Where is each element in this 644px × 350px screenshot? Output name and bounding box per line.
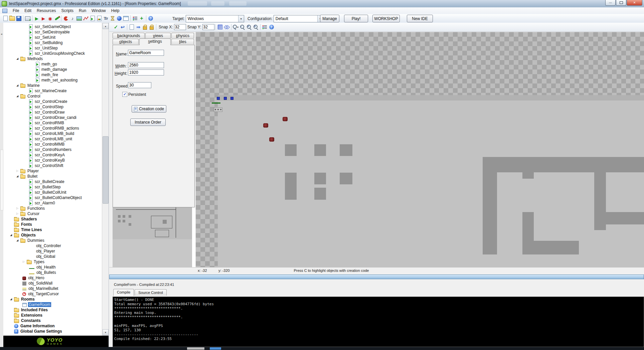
instance-marine[interactable] xyxy=(269,137,274,142)
tree-item-extensions[interactable]: Extensions xyxy=(3,313,102,318)
unlock-instances-icon[interactable] xyxy=(148,24,155,30)
wall-block[interactable] xyxy=(534,241,579,254)
zoom-reset-icon[interactable]: = xyxy=(246,24,253,30)
maximize-button[interactable] xyxy=(616,0,626,6)
zoom-menu-icon[interactable]: ▼ xyxy=(232,24,239,30)
close-button[interactable]: ✕ xyxy=(627,0,642,6)
tree-item-player[interactable]: ▷Player xyxy=(3,168,102,174)
taskbar-item[interactable] xyxy=(187,347,204,350)
shift-instances-icon[interactable]: ⇒ xyxy=(135,24,142,30)
tree-item-marine[interactable]: ◢Marine xyxy=(3,83,102,88)
menu-scripts[interactable]: Scripts xyxy=(58,8,76,13)
tree-item-scr-controllmb-unit[interactable]: scr_ControlLMB_unit xyxy=(3,136,102,142)
tree-item-obj-global[interactable]: obj_Global xyxy=(3,254,102,259)
tree-item-obj-targetcursor[interactable]: obj_TargetCursor xyxy=(3,291,102,297)
tree-item-game-information[interactable]: Game Information xyxy=(3,323,102,329)
wall-block[interactable] xyxy=(285,173,297,200)
create-font-icon[interactable]: Tr xyxy=(103,15,109,22)
tab-tiles[interactable]: tiles xyxy=(171,39,194,44)
tree-item-scr-controllmb-build[interactable]: scr_ControlLMB_build xyxy=(3,131,102,136)
tree-item-types[interactable]: ▷Types xyxy=(3,259,102,265)
tree-item-scr-controlnumbers[interactable]: scr_ControlNumbers xyxy=(3,147,102,152)
tree-item-meth-set-ashooting[interactable]: meth_set_ashooting xyxy=(3,77,102,83)
instance-health-line[interactable] xyxy=(212,103,220,104)
debug-record-icon[interactable]: ◉ xyxy=(47,15,53,22)
tree-item-scr-controldraw-candi[interactable]: scr_ControlDraw_candi xyxy=(3,115,102,120)
wall-block[interactable] xyxy=(522,212,534,254)
expander-open-icon[interactable]: ◢ xyxy=(16,174,20,179)
taskbar-item[interactable] xyxy=(210,347,221,350)
instance-order-button[interactable]: Instance Order xyxy=(130,119,166,126)
workshop-button[interactable]: WORKSHOP xyxy=(372,15,400,22)
expander-closed-icon[interactable]: ▷ xyxy=(16,211,20,216)
instance-blue-square[interactable] xyxy=(217,97,220,100)
play-button[interactable]: Play! xyxy=(344,15,368,22)
tree-item-meth-damage[interactable]: meth_damage xyxy=(3,67,102,72)
lock-instances-icon[interactable] xyxy=(142,24,148,30)
tree-item-obj-hero[interactable]: obj_Hero xyxy=(3,275,102,281)
undo-icon[interactable]: ↩ xyxy=(119,24,126,30)
wall-block[interactable] xyxy=(285,144,297,156)
tree-item-global-game-settings[interactable]: Global Game Settings xyxy=(3,329,102,334)
create-sprite-icon[interactable] xyxy=(62,15,69,22)
instance-blue-square[interactable] xyxy=(224,97,227,100)
scroll-up-icon[interactable]: ▲ xyxy=(103,23,109,29)
tree-item-scr-controlrmb[interactable]: scr_ControlRMB xyxy=(3,120,102,126)
wall-block[interactable] xyxy=(340,173,352,184)
tree-item-scr-bulletcollgameobject[interactable]: scr_BulletCollGameObject xyxy=(3,195,102,200)
tree-item-rooms[interactable]: ◢Rooms xyxy=(3,297,102,302)
tree-item-scr-bulletcollunit[interactable]: scr_BulletCollUnit xyxy=(3,190,102,195)
help-icon[interactable]: ? xyxy=(147,15,154,22)
tree-item-functions[interactable]: ▷Functions xyxy=(3,206,102,211)
expander-open-icon[interactable]: ◢ xyxy=(16,238,20,243)
tree-item-included-files[interactable]: Included Files xyxy=(3,307,102,313)
splitter-bar[interactable] xyxy=(109,275,644,279)
tree-item-scr-bulletstep[interactable]: scr_BulletStep xyxy=(3,184,102,190)
tree-item-scr-unitstep[interactable]: scr_UnitStep xyxy=(3,45,102,51)
tree-item-scr-setunit[interactable]: scr_SetUnit xyxy=(3,35,102,40)
tab-settings[interactable]: settings xyxy=(139,38,171,45)
tree-item-cursor[interactable]: ▷Cursor xyxy=(3,211,102,216)
tree-item-obj-solidwall[interactable]: obj_SolidWall xyxy=(3,281,102,286)
tree-item-scr-setbuilding[interactable]: scr_SetBuilding xyxy=(3,40,102,45)
tree-item-control[interactable]: ◢Control xyxy=(3,94,102,99)
expander-open-icon[interactable]: ◢ xyxy=(16,94,20,99)
save-project-icon[interactable] xyxy=(15,15,22,22)
creation-code-button[interactable]: Creation code xyxy=(132,105,166,113)
menu-window[interactable]: Window xyxy=(89,8,109,13)
instance-marine[interactable] xyxy=(283,117,288,121)
instance-order-icon[interactable] xyxy=(262,24,268,30)
tree-item-time-lines[interactable]: Time Lines xyxy=(3,227,102,232)
instance-small-sprite[interactable] xyxy=(214,108,222,112)
create-executable-icon[interactable]: ▼ xyxy=(24,15,31,22)
tree-item-obj-health[interactable]: obj_Health xyxy=(3,265,102,270)
tree-item-scr-alarm0[interactable]: scr_Alarm0 xyxy=(3,200,102,206)
tree-item-scr-unitgroupmovingcheck[interactable]: scr_UnitGroupMovingCheck xyxy=(3,51,102,56)
compile-tab-compile[interactable]: Compile xyxy=(113,289,134,296)
persistent-checkbox[interactable]: ✓ xyxy=(122,92,127,97)
tree-item-scr-bulletcreate[interactable]: scr_BulletCreate xyxy=(3,179,102,184)
tree-item-bullet[interactable]: ◢Bullet xyxy=(3,174,102,179)
expander-closed-icon[interactable]: ▷ xyxy=(16,168,20,174)
new-project-icon[interactable] xyxy=(2,15,9,22)
create-shader-icon[interactable] xyxy=(96,15,103,22)
room-name-input[interactable] xyxy=(128,50,164,56)
room-area[interactable] xyxy=(218,95,644,267)
tree-item-scr-marinecreate[interactable]: scr_MarineCreate xyxy=(3,88,102,94)
menu-run[interactable]: Run xyxy=(76,8,89,13)
wall-block[interactable] xyxy=(483,157,497,254)
tree-item-scr-setdestroyable[interactable]: scr_SetDestroyable xyxy=(3,29,102,35)
menu-file[interactable]: File xyxy=(10,8,22,13)
menu-edit[interactable]: Edit xyxy=(22,8,34,13)
zoom-out-icon[interactable]: - xyxy=(239,24,246,30)
iso-grid-icon[interactable] xyxy=(223,24,230,30)
wall-block[interactable] xyxy=(522,172,534,179)
tree-item-scr-controlkeyb[interactable]: scr_ControlKeyB xyxy=(3,158,102,163)
tree-item-scr-setgameobject[interactable]: scr_SetGameObject xyxy=(3,24,102,29)
tree-item-obj-controller[interactable]: obj_Controller xyxy=(3,243,102,248)
tree-item-gameroom[interactable]: GameRoom xyxy=(3,302,102,307)
room-help-icon[interactable]: ? xyxy=(268,24,275,30)
tree-item-fonts[interactable]: Fonts xyxy=(3,222,102,227)
tab-physics[interactable]: physics xyxy=(171,33,194,38)
expander-closed-icon[interactable]: ▷ xyxy=(16,206,20,211)
